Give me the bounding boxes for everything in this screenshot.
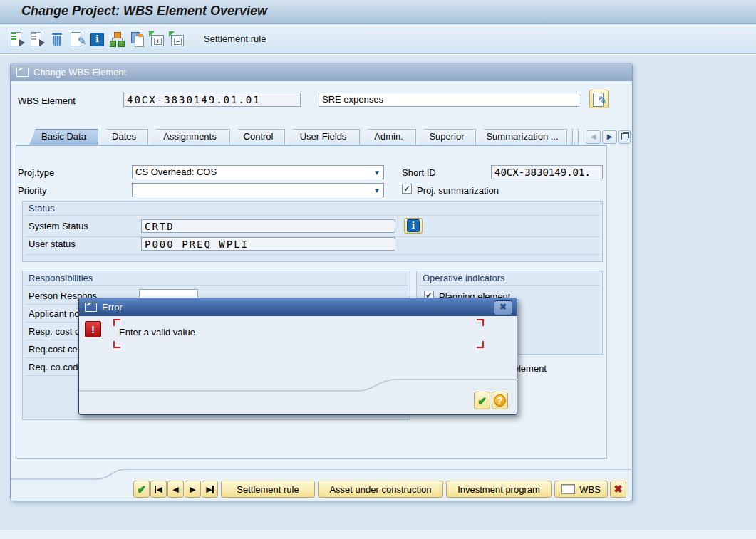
- info-icon[interactable]: i: [88, 31, 105, 48]
- dialog-help-button[interactable]: ?: [492, 392, 508, 409]
- edit-wbs-button[interactable]: ✎: [589, 90, 609, 108]
- error-dialog-titlebar: Error: [79, 298, 517, 316]
- short-id-label: Short ID: [402, 167, 436, 178]
- settlement-rule-button[interactable]: Settlement rule: [221, 481, 315, 498]
- help-icon: ?: [494, 394, 506, 407]
- dialog-icon: [85, 303, 97, 312]
- collapse-icon[interactable]: −: [168, 31, 185, 48]
- window-title: Change Project: WBS Element Overview: [21, 4, 267, 19]
- asset-under-construction-button[interactable]: Asset under construction: [318, 481, 443, 498]
- tab-basic-data[interactable]: Basic Data: [29, 129, 98, 145]
- application-toolbar: ✎ i + − Settlement rule: [0, 24, 756, 54]
- tab-user-fields[interactable]: User Fields: [286, 129, 360, 145]
- investment-program-button[interactable]: Investment program: [446, 481, 552, 498]
- system-status-label: System Status: [29, 221, 88, 231]
- error-dialog-title: Error: [102, 302, 123, 313]
- tab-dates[interactable]: Dates: [100, 129, 148, 145]
- wbs-element-label: WBS Element: [18, 95, 76, 106]
- tab-strip: Basic Data Dates Assignments Control Use…: [29, 129, 580, 145]
- status-group: Status System Status CRTD i User status …: [22, 201, 603, 262]
- proj-summarization-label: Proj. summarization: [417, 185, 499, 196]
- tab-scroll-left-button[interactable]: ◀: [586, 130, 601, 144]
- wbs-description-field[interactable]: SRE expenses: [319, 93, 579, 107]
- user-status-field[interactable]: P000 PREQ WPLI: [141, 237, 395, 251]
- tab-edge: [574, 129, 579, 145]
- panel-header: Change WBS Element: [11, 63, 632, 81]
- chevron-down-icon: ▼: [373, 187, 380, 194]
- system-status-field[interactable]: CRTD: [141, 219, 395, 233]
- choose-detail-icon[interactable]: [9, 31, 26, 48]
- settlement-rule-toolbar-label[interactable]: Settlement rule: [204, 33, 266, 44]
- change-wbs-element-panel: Change WBS Element WBS Element 40CX-3830…: [10, 63, 633, 501]
- tab-control[interactable]: Control: [232, 129, 285, 145]
- status-group-title: Status: [29, 203, 55, 214]
- short-id-field[interactable]: 40CX-3830149.01.: [491, 165, 603, 179]
- wbs-element-value-field[interactable]: 40CX-3830149.01.01: [123, 93, 301, 107]
- tab-superior[interactable]: Superior: [418, 129, 476, 145]
- expand-icon[interactable]: +: [148, 31, 165, 48]
- previous-wbs-button[interactable]: ◀: [167, 481, 184, 498]
- wbs-button[interactable]: WBS: [554, 481, 608, 498]
- proj-summarization-checkbox[interactable]: ✓: [402, 184, 412, 194]
- req-co-code-label: Req. co.code: [29, 362, 83, 372]
- close-icon[interactable]: ✖: [494, 300, 512, 315]
- panel-title: Change WBS Element: [33, 67, 126, 78]
- last-wbs-button[interactable]: ▶: [202, 481, 218, 498]
- tab-list-button[interactable]: [618, 130, 631, 144]
- select-overview-icon[interactable]: [29, 31, 46, 48]
- footer-separator: [11, 466, 633, 482]
- dialog-footer-separator: [79, 375, 518, 392]
- edit-icon[interactable]: ✎: [68, 31, 86, 48]
- error-icon: !: [85, 321, 101, 337]
- tab-edge: [569, 129, 573, 145]
- dialog-confirm-button[interactable]: ✔: [474, 392, 490, 409]
- edit-icon: ✎: [592, 91, 606, 107]
- priority-dropdown[interactable]: ▼: [132, 183, 384, 197]
- status-info-button[interactable]: i: [404, 218, 423, 234]
- tab-summarization[interactable]: Summarization ...: [477, 129, 567, 145]
- checkbox-icon: [561, 484, 575, 494]
- proj-type-label: Proj.type: [18, 167, 54, 178]
- tab-assignments[interactable]: Assignments: [150, 129, 230, 145]
- responsibilities-group-title: Responsibilities: [29, 273, 93, 283]
- dialog-icon: [16, 68, 29, 77]
- info-icon: i: [407, 219, 420, 232]
- confirm-button[interactable]: ✔: [133, 481, 150, 498]
- chevron-down-icon: ▼: [373, 169, 380, 177]
- status-bar-area: [0, 530, 756, 539]
- applicant-no-label: Applicant no.: [29, 308, 82, 319]
- next-wbs-button[interactable]: ▶: [185, 481, 201, 498]
- proj-type-dropdown[interactable]: CS Overhead: COS▼: [132, 165, 384, 179]
- user-status-label: User status: [29, 239, 76, 249]
- hierarchy-icon[interactable]: [108, 31, 125, 48]
- window-titlebar: Change Project: WBS Element Overview: [0, 0, 756, 24]
- tab-scroll-right-button[interactable]: ▶: [602, 130, 617, 144]
- tab-admin[interactable]: Admin.: [361, 129, 416, 145]
- cancel-button[interactable]: ✖: [610, 481, 626, 498]
- operative-indicators-title: Operative indicators: [423, 273, 505, 283]
- priority-label: Priority: [18, 185, 46, 196]
- copy-icon[interactable]: [128, 31, 145, 48]
- delete-icon[interactable]: [48, 31, 66, 48]
- error-dialog: Error ✖ ! Enter a valid value ✔ ?: [78, 298, 517, 415]
- first-wbs-button[interactable]: ◀: [150, 481, 167, 498]
- error-message: Enter a valid value: [119, 327, 195, 337]
